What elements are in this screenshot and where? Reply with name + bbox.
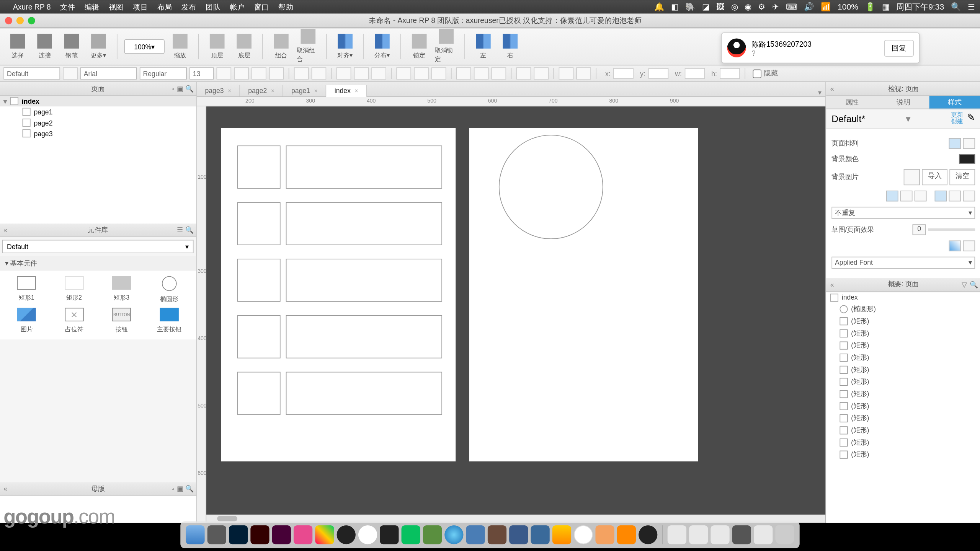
list-button[interactable] [559,67,574,80]
bell-icon[interactable]: 🔔 [654,2,664,11]
tool-select[interactable]: 选择 [6,33,29,60]
status-icon-5[interactable]: ◎ [731,2,738,11]
canvas-rect[interactable] [237,145,281,189]
tool-right[interactable]: 右 [499,33,522,60]
tool-group[interactable]: 组合 [270,33,292,60]
tool-unlock[interactable]: 取消锁定 [435,29,458,64]
dock-obs[interactable] [639,525,657,544]
line-button[interactable] [516,67,531,80]
outline-item[interactable]: (矩形) [826,351,980,364]
dock-trash[interactable] [775,525,794,544]
fontsize-input[interactable]: 13 [189,67,214,80]
menu-layout[interactable]: 布局 [157,2,172,12]
widget-image[interactable]: 图片 [5,308,49,334]
outline-item[interactable]: (矩形) [826,315,980,327]
dock-wechat[interactable] [402,525,420,544]
style-edit-icon[interactable] [63,67,78,80]
halign-2[interactable] [900,191,913,201]
import-button[interactable]: 导入 [922,169,947,185]
status-icon-8[interactable]: ✈ [772,2,779,11]
canvas-rect[interactable] [286,315,442,359]
widget-ellipse[interactable]: 椭圆形 [147,276,191,304]
widget-primary-button[interactable]: 主要按钮 [147,308,191,334]
notif-reply-button[interactable]: 回复 [884,39,914,56]
fillcolor-button[interactable] [294,67,309,80]
border-width-button[interactable] [492,67,506,80]
canvas-ellipse[interactable] [499,135,603,239]
dock-launchpad[interactable] [207,525,226,544]
outline-item[interactable]: (矩形) [826,448,980,461]
outline-item[interactable]: (矩形) [826,436,980,448]
dock-evernote[interactable] [423,525,442,544]
halign-1[interactable] [886,191,898,201]
align-center-button[interactable] [354,67,369,80]
tab-style[interactable]: 样式 [929,96,980,109]
qq-notification[interactable]: 陈路15369207203 ? 回复 [721,33,920,64]
dock-qq[interactable] [380,525,399,544]
status-icon-6[interactable]: ◉ [745,2,751,11]
dock-photoshop[interactable] [229,525,248,544]
bg-image-preview[interactable] [904,169,920,185]
h-input[interactable] [720,68,740,79]
keyboard-icon[interactable]: ⌨ [786,2,797,11]
pages-tree[interactable]: ▾index page1 page2 page3 [0,96,196,223]
valign-top-button[interactable] [396,67,411,80]
tool-connect[interactable]: 连接 [33,33,56,60]
menu-list-icon[interactable]: ☰ [968,2,975,11]
page-item[interactable]: page2 [0,117,196,128]
zoom-select[interactable]: 100% ▾ [124,39,165,54]
gray-toggle[interactable] [963,240,975,251]
status-icon-7[interactable]: ⚙ [758,2,765,11]
bold-button[interactable] [216,67,231,80]
tool-left[interactable]: 左 [472,33,495,60]
tool-back[interactable]: 底层 [233,33,256,60]
menu-account[interactable]: 帐户 [230,2,245,12]
canvas-rect[interactable] [237,372,281,415]
outline-item[interactable]: (椭圆形) [826,303,980,315]
canvas-rect[interactable] [237,259,281,302]
tab-properties[interactable]: 属性 [826,96,877,109]
canvas-rect[interactable] [237,315,281,359]
wifi-icon[interactable]: 📶 [821,2,831,11]
sketch-slider[interactable] [928,228,975,231]
y-input[interactable] [648,68,668,79]
menu-window[interactable]: 窗口 [254,2,269,12]
status-icon-4[interactable]: 🖼 [716,2,724,11]
underline-button[interactable] [252,67,266,80]
tab-page3[interactable]: page3× [197,85,240,96]
dock-app5[interactable] [466,525,485,544]
style-select[interactable]: Default [3,67,60,80]
close-button[interactable] [5,17,12,24]
menu-view[interactable]: 视图 [109,2,124,12]
menu-extra-icon[interactable]: ▦ [882,2,889,11]
page-root[interactable]: ▾index [0,96,196,106]
search-page-icon[interactable]: 🔍 [185,85,193,92]
search-icon[interactable]: 🔍 [951,2,961,11]
tab-index[interactable]: index× [327,85,367,97]
tool-zoomfit[interactable]: 缩放 [168,33,191,60]
menu-help[interactable]: 帮助 [278,2,293,12]
page-item[interactable]: page1 [0,106,196,117]
valign-mid-button[interactable] [414,67,429,80]
x-input[interactable] [613,68,634,79]
dock-mini1[interactable] [668,525,686,544]
valign-2[interactable] [949,191,961,201]
style-edit-icon[interactable]: ✎ [967,112,975,125]
dock-finder[interactable] [186,525,204,544]
status-icon-2[interactable]: 🐘 [685,2,695,11]
weight-select[interactable]: Regular [140,67,187,80]
canvas-rect[interactable] [286,259,442,302]
valign-bot-button[interactable] [431,67,446,80]
add-master-icon[interactable]: ▫ [172,485,174,492]
dock-mini2[interactable] [689,525,708,544]
dock-axure[interactable] [294,525,312,544]
widget-button[interactable]: BUTTON按钮 [100,308,144,334]
canvas-rect[interactable] [286,372,442,415]
outline-tree[interactable]: index (椭圆形) (矩形) (矩形) (矩形) (矩形) (矩形) (矩形… [826,292,980,523]
style-name[interactable]: Default* [831,113,865,124]
menu-app[interactable]: Axure RP 8 [13,3,51,11]
clear-button[interactable]: 清空 [949,169,975,185]
zoom-button[interactable] [28,17,35,24]
outline-item[interactable]: (矩形) [826,364,980,376]
library-select[interactable]: Default▾ [2,240,194,253]
